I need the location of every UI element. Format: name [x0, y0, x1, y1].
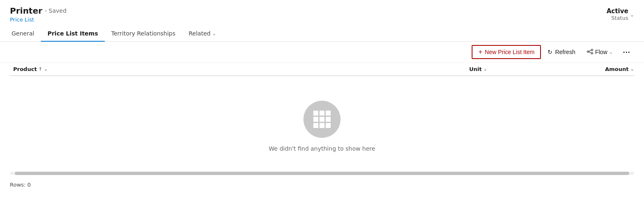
- grid-cell-6: [326, 117, 331, 122]
- new-price-list-item-label: New Price List Item: [485, 49, 535, 55]
- grid-cell-5: [320, 117, 324, 122]
- record-type: Price List: [10, 17, 66, 23]
- grid-cell-1: [313, 111, 318, 116]
- flow-label: Flow: [595, 49, 607, 55]
- tab-price-list-items[interactable]: Price List Items: [41, 26, 105, 42]
- svg-point-0: [587, 51, 589, 52]
- more-options-button[interactable]: ⋯: [619, 46, 634, 58]
- plus-icon: +: [478, 48, 482, 56]
- saved-label: - Saved: [45, 7, 67, 14]
- grid-cell-7: [313, 123, 318, 128]
- column-header-unit[interactable]: Unit ⌄: [469, 66, 552, 72]
- refresh-icon: ↻: [548, 49, 552, 55]
- column-header-product[interactable]: Product ↑ ⌄: [10, 66, 469, 72]
- unit-col-chevron-icon: ⌄: [483, 66, 487, 72]
- amount-col-label: Amount: [605, 66, 629, 72]
- rows-count: Rows: 0: [10, 182, 31, 188]
- grid-cell-3: [326, 111, 331, 116]
- page-header: Printer - Saved Price List Active Status…: [0, 0, 644, 26]
- empty-state-message: We didn't find anything to show here: [269, 145, 375, 152]
- tab-related[interactable]: Related ⌄: [182, 26, 223, 42]
- horizontal-scrollbar[interactable]: [10, 172, 634, 175]
- scrollbar-thumb[interactable]: [15, 172, 629, 175]
- status-info: Active Status: [606, 7, 628, 21]
- refresh-label: Refresh: [555, 49, 575, 55]
- amount-col-chevron-icon: ⌄: [630, 66, 634, 72]
- status-chevron-icon: ⌄: [630, 12, 634, 18]
- toolbar: + New Price List Item ↻ Refresh Flow ⌄ ⋯: [0, 42, 644, 63]
- tab-territory-relationships[interactable]: Territory Relationships: [105, 26, 182, 42]
- title-row: Printer - Saved: [10, 6, 66, 16]
- product-col-label: Product: [13, 66, 37, 72]
- price-list-items-table: Product ↑ ⌄ Unit ⌄ Amount ⌄: [0, 63, 644, 175]
- refresh-button[interactable]: ↻ Refresh: [543, 46, 580, 58]
- empty-state-icon: [303, 101, 341, 138]
- unit-col-label: Unit: [469, 66, 482, 72]
- svg-point-2: [591, 52, 593, 54]
- product-col-chevron-icon: ⌄: [44, 66, 48, 72]
- product-sort-icon: ↑: [38, 66, 42, 72]
- flow-button[interactable]: Flow ⌄: [582, 46, 618, 59]
- flow-icon: [587, 48, 593, 56]
- column-header-amount[interactable]: Amount ⌄: [552, 66, 634, 72]
- empty-state: We didn't find anything to show here: [10, 76, 634, 168]
- svg-line-4: [589, 52, 591, 53]
- grid-cell-4: [313, 117, 318, 122]
- new-price-list-item-button[interactable]: + New Price List Item: [472, 45, 541, 59]
- status-value: Active: [606, 7, 628, 15]
- grid-cell-9: [326, 123, 331, 128]
- grid-cell-2: [320, 111, 324, 116]
- related-chevron-icon: ⌄: [212, 31, 216, 36]
- header-left: Printer - Saved Price List: [10, 6, 66, 23]
- svg-point-1: [591, 49, 593, 51]
- tab-general[interactable]: General: [10, 26, 41, 42]
- flow-chevron-icon: ⌄: [609, 50, 613, 55]
- nav-tabs: General Price List Items Territory Relat…: [0, 26, 644, 42]
- status-sub-label: Status: [611, 15, 628, 21]
- header-right: Active Status ⌄: [606, 6, 634, 21]
- svg-line-3: [589, 50, 591, 51]
- record-name: Printer: [10, 6, 42, 16]
- grid-cell-8: [320, 123, 324, 128]
- grid-icon: [313, 111, 331, 128]
- table-footer: Rows: 0: [0, 178, 644, 191]
- table-header: Product ↑ ⌄ Unit ⌄ Amount ⌄: [10, 63, 634, 76]
- status-dropdown[interactable]: Active Status ⌄: [606, 7, 634, 21]
- more-icon: ⋯: [623, 47, 631, 57]
